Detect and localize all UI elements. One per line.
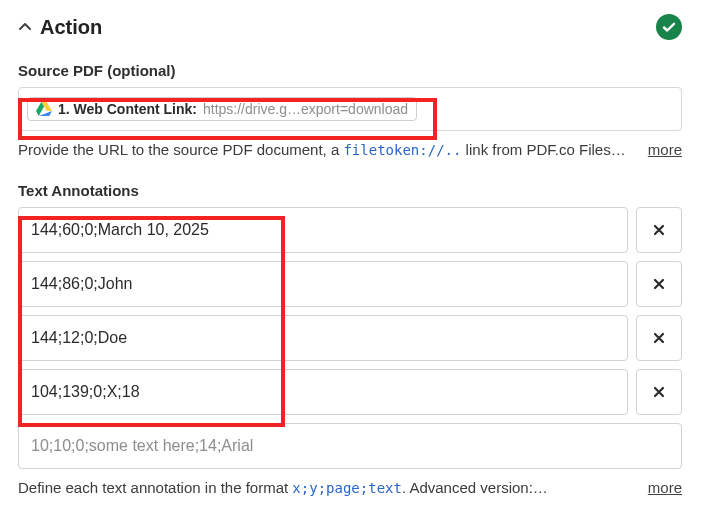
text-annotation-row bbox=[18, 261, 682, 307]
page-title: Action bbox=[40, 16, 102, 39]
text-annotation-input[interactable] bbox=[18, 315, 628, 361]
pill-label: 1. Web Content Link: bbox=[58, 101, 197, 117]
text-annotation-row bbox=[18, 315, 682, 361]
close-icon bbox=[652, 277, 666, 291]
close-icon bbox=[652, 223, 666, 237]
help-text: Provide the URL to the source PDF docume… bbox=[18, 141, 343, 158]
google-drive-icon bbox=[36, 102, 52, 116]
text-annotation-input[interactable] bbox=[18, 261, 628, 307]
text-annotation-row bbox=[18, 207, 682, 253]
text-annotation-row bbox=[18, 369, 682, 415]
source-pdf-pill[interactable]: 1. Web Content Link: https://drive.g…exp… bbox=[27, 97, 417, 121]
close-icon bbox=[652, 331, 666, 345]
pill-url: https://drive.g…export=download bbox=[203, 101, 408, 117]
remove-button[interactable] bbox=[636, 315, 682, 361]
close-icon bbox=[652, 385, 666, 399]
source-pdf-input[interactable]: 1. Web Content Link: https://drive.g…exp… bbox=[18, 87, 682, 131]
remove-button[interactable] bbox=[636, 207, 682, 253]
help-code: filetoken://.. bbox=[343, 142, 461, 158]
text-annotations-help: Define each text annotation in the forma… bbox=[18, 479, 682, 496]
help-text-after: . Advanced version:… bbox=[402, 479, 548, 496]
more-link[interactable]: more bbox=[648, 141, 682, 158]
source-pdf-label: Source PDF (optional) bbox=[18, 62, 682, 79]
text-annotation-input[interactable] bbox=[18, 369, 628, 415]
help-code: x;y;page;text bbox=[292, 480, 402, 496]
text-annotations-list bbox=[18, 207, 682, 415]
text-annotation-input[interactable] bbox=[18, 207, 628, 253]
text-annotations-label: Text Annotations bbox=[18, 182, 682, 199]
more-link[interactable]: more bbox=[648, 479, 682, 496]
text-annotation-new-input[interactable]: 10;10;0;some text here;14;Arial bbox=[18, 423, 682, 469]
source-pdf-help: Provide the URL to the source PDF docume… bbox=[18, 141, 682, 158]
help-text-after: link from PDF.co Files… bbox=[461, 141, 625, 158]
action-panel: Action Source PDF (optional) 1. Web Cont… bbox=[0, 0, 700, 507]
chevron-up-icon[interactable] bbox=[18, 20, 32, 34]
help-text: Define each text annotation in the forma… bbox=[18, 479, 292, 496]
success-icon bbox=[656, 14, 682, 40]
header: Action bbox=[18, 14, 682, 40]
remove-button[interactable] bbox=[636, 369, 682, 415]
remove-button[interactable] bbox=[636, 261, 682, 307]
